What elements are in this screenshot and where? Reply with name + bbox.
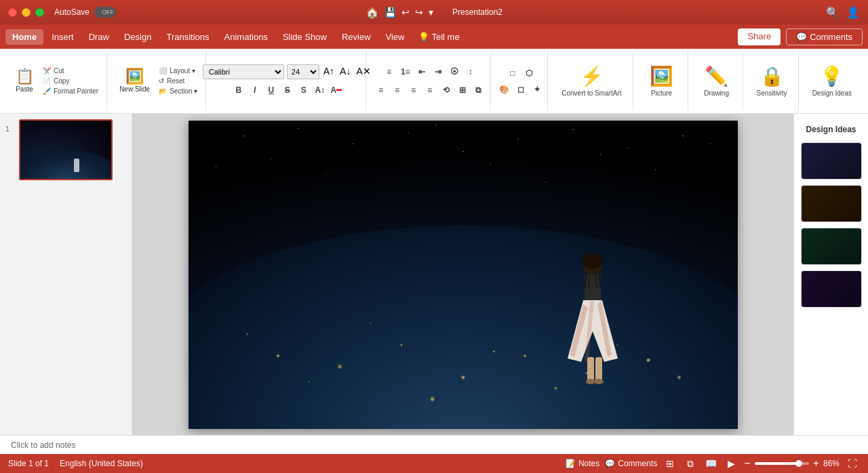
profile-icon[interactable]: 👤: [846, 6, 860, 19]
decrease-font-button[interactable]: A↓: [338, 64, 352, 79]
font-group: Calibri 24 A↑ A↓ A✕ B I U S S A↕ A▬: [209, 52, 366, 110]
line-spacing-button[interactable]: ↕: [463, 64, 478, 79]
convert-smartart-button[interactable]: ⚡ Convert to SmartArt: [556, 62, 627, 100]
normal-view-button[interactable]: ⊞: [663, 456, 677, 471]
save-icon[interactable]: 💾: [384, 7, 396, 18]
menu-insert[interactable]: Insert: [45, 29, 81, 45]
columns-button[interactable]: ⦿: [447, 64, 462, 79]
svg-rect-8: [595, 357, 602, 381]
comments-button[interactable]: 💬 Comments: [786, 28, 863, 45]
menu-slideshow[interactable]: Slide Show: [276, 29, 334, 45]
font-family-select[interactable]: Calibri: [203, 64, 284, 79]
zoom-in-button[interactable]: +: [813, 457, 819, 470]
design-idea-card-4[interactable]: [801, 270, 862, 308]
strikethrough-button[interactable]: S: [280, 83, 295, 98]
menu-review[interactable]: Review: [335, 29, 378, 45]
close-button[interactable]: [8, 8, 17, 17]
undo-icon[interactable]: ↩: [401, 7, 410, 18]
numbering-button[interactable]: 1≡: [398, 64, 413, 79]
menu-bar: Home Insert Draw Design Transitions Anim…: [0, 24, 868, 49]
notes-bar[interactable]: Click to add notes: [0, 435, 868, 454]
app-title: Presentation2: [452, 7, 502, 17]
design-idea-card-1[interactable]: [801, 142, 862, 180]
menu-draw[interactable]: Draw: [82, 29, 116, 45]
window-controls: AutoSave: [8, 7, 116, 18]
align-right-button[interactable]: ≡: [406, 83, 421, 98]
design-ideas-button[interactable]: 💡 Design Ideas: [807, 62, 857, 100]
design-idea-card-3[interactable]: [801, 228, 862, 265]
shape-arrange-button[interactable]: ⬡: [521, 66, 536, 81]
status-left: Slide 1 of 1 English (United States): [8, 459, 143, 468]
align-text-button[interactable]: ⊞: [455, 83, 470, 98]
minimize-button[interactable]: [22, 8, 31, 17]
paste-button[interactable]: 📋 Paste: [11, 58, 38, 105]
canvas-area: [132, 114, 793, 435]
search-icon[interactable]: 🔍: [826, 6, 840, 19]
picture-group: 🖼️ Picture: [636, 52, 688, 110]
reset-button[interactable]: ↺Reset: [156, 77, 200, 85]
font-size-select[interactable]: 24: [287, 64, 319, 79]
copy-button[interactable]: 📄Copy: [40, 77, 101, 85]
zoom-thumb[interactable]: [795, 460, 802, 467]
italic-button[interactable]: I: [248, 83, 262, 98]
bullets-button[interactable]: ≡: [382, 64, 397, 79]
menu-view[interactable]: View: [379, 29, 412, 45]
earth-lights: [189, 226, 738, 429]
picture-button[interactable]: 🖼️ Picture: [642, 62, 682, 100]
maximize-button[interactable]: [35, 8, 44, 17]
draw-group: ✏️ Drawing: [691, 52, 743, 110]
svg-point-9: [586, 379, 595, 384]
spacing-button[interactable]: A↕: [313, 83, 328, 98]
section-button[interactable]: 📂Section ▾: [156, 87, 200, 96]
text-direction-button[interactable]: ⟲: [439, 83, 454, 98]
justify-button[interactable]: ≡: [422, 83, 437, 98]
earth-curve: [189, 226, 738, 429]
align-left-button[interactable]: ≡: [374, 83, 389, 98]
fit-window-button[interactable]: ⛶: [845, 456, 860, 471]
svg-rect-7: [587, 357, 594, 381]
tell-me[interactable]: 💡 Tell me: [413, 29, 465, 45]
autosave-toggle[interactable]: [94, 7, 116, 18]
slideshow-button[interactable]: ▶: [724, 456, 738, 471]
font-color-button[interactable]: A▬: [329, 83, 344, 98]
menu-home[interactable]: Home: [5, 29, 43, 45]
menu-animations[interactable]: Animations: [218, 29, 275, 45]
share-button[interactable]: Share: [738, 28, 781, 45]
shape-effects-button[interactable]: ✦: [530, 82, 545, 97]
layout-button[interactable]: ⬜Layout ▾: [156, 66, 200, 75]
menu-transitions[interactable]: Transitions: [159, 29, 216, 45]
zoom-out-button[interactable]: −: [744, 457, 750, 470]
underline-button[interactable]: U: [264, 83, 279, 98]
format-painter-button[interactable]: 🖌️Format Painter: [40, 87, 101, 96]
shape-outline-button[interactable]: ◻: [513, 82, 528, 97]
more-icon[interactable]: ▾: [429, 7, 433, 18]
new-slide-button[interactable]: 🖼️ New Slide: [115, 58, 154, 105]
align-center-button[interactable]: ≡: [390, 83, 405, 98]
decrease-indent-button[interactable]: ⇤: [414, 64, 429, 79]
svg-point-10: [594, 379, 604, 384]
smartart-button[interactable]: ⧉: [471, 83, 486, 98]
cut-button[interactable]: ✂️Cut: [40, 66, 101, 75]
home-icon[interactable]: 🏠: [366, 6, 379, 19]
increase-font-button[interactable]: A↑: [322, 64, 336, 79]
menu-design[interactable]: Design: [117, 29, 158, 45]
bold-button[interactable]: B: [231, 83, 246, 98]
sensitivity-button[interactable]: 🔒 Sensitivity: [751, 62, 793, 100]
slide-panel: 1: [0, 114, 132, 435]
slide-sorter-button[interactable]: ⧉: [683, 456, 698, 471]
comments-status-button[interactable]: 💬 Comments: [605, 459, 657, 468]
shape-rect-button[interactable]: □: [505, 66, 520, 81]
shape-fill-button[interactable]: 🎨: [497, 82, 512, 97]
slide-canvas[interactable]: [189, 121, 738, 429]
redo-icon[interactable]: ↪: [415, 7, 423, 18]
notes-status-button[interactable]: 📝 Notes: [566, 459, 599, 468]
reading-view-button[interactable]: 📖: [703, 456, 718, 471]
drawing-button[interactable]: ✏️ Drawing: [696, 62, 737, 100]
sensitivity-group: 🔒 Sensitivity: [746, 52, 799, 110]
increase-indent-button[interactable]: ⇥: [431, 64, 446, 79]
slide-info: Slide 1 of 1: [8, 459, 49, 468]
slide-thumbnail[interactable]: [19, 119, 113, 180]
design-idea-card-2[interactable]: [801, 185, 862, 222]
shadow-button[interactable]: S: [296, 83, 311, 98]
zoom-slider[interactable]: [755, 462, 809, 465]
